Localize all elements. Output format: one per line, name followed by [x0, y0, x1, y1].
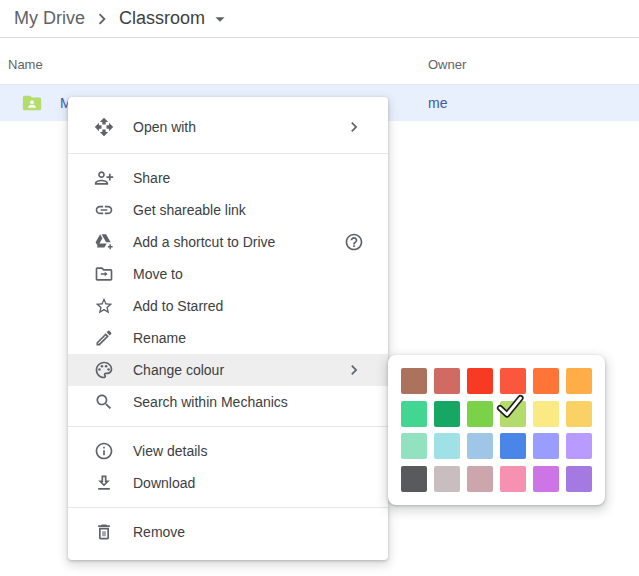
- color-swatch[interactable]: [566, 466, 592, 492]
- chevron-right-icon: [344, 360, 364, 380]
- color-swatch[interactable]: [566, 401, 592, 427]
- menu-item-search-within-mechanics[interactable]: Search within Mechanics: [68, 386, 388, 418]
- check-icon: [493, 392, 527, 421]
- color-swatch[interactable]: [434, 368, 460, 394]
- move-to-icon: [94, 264, 114, 284]
- color-swatch[interactable]: [500, 466, 526, 492]
- menu-item-label: Move to: [133, 266, 358, 282]
- color-swatch[interactable]: [533, 466, 559, 492]
- color-swatch[interactable]: [566, 433, 592, 459]
- help-icon[interactable]: [344, 232, 364, 252]
- menu-item-label: Get shareable link: [133, 202, 358, 218]
- palette-icon: [94, 360, 114, 380]
- menu-item-label: Open with: [133, 119, 344, 135]
- color-swatch[interactable]: [533, 433, 559, 459]
- menu-section: ShareGet shareable linkAdd a shortcut to…: [68, 153, 388, 426]
- menu-item-get-shareable-link[interactable]: Get shareable link: [68, 194, 388, 226]
- color-swatch[interactable]: [434, 433, 460, 459]
- menu-item-remove[interactable]: Remove: [68, 516, 388, 548]
- color-swatch[interactable]: [467, 368, 493, 394]
- menu-section: Open with: [68, 97, 388, 153]
- menu-item-label: Add a shortcut to Drive: [133, 234, 344, 250]
- menu-item-download[interactable]: Download: [68, 467, 388, 499]
- menu-item-share[interactable]: Share: [68, 162, 388, 194]
- shared-folder-icon: [21, 92, 43, 114]
- chevron-right-icon: [344, 117, 364, 137]
- menu-item-add-a-shortcut-to-drive[interactable]: Add a shortcut to Drive: [68, 226, 388, 258]
- color-swatch-grid: [401, 368, 592, 492]
- color-swatch[interactable]: [434, 466, 460, 492]
- color-swatch[interactable]: [467, 433, 493, 459]
- file-owner: me: [428, 95, 447, 111]
- color-swatch[interactable]: [467, 466, 493, 492]
- color-swatch[interactable]: [401, 368, 427, 394]
- color-swatch[interactable]: [500, 433, 526, 459]
- menu-item-add-to-starred[interactable]: Add to Starred: [68, 290, 388, 322]
- file-list-header: Name Owner: [0, 39, 639, 85]
- column-header-name[interactable]: Name: [8, 57, 43, 72]
- link-icon: [94, 200, 114, 220]
- info-icon: [94, 441, 114, 461]
- menu-item-label: View details: [133, 443, 358, 459]
- menu-section: View detailsDownload: [68, 426, 388, 507]
- menu-item-label: Change colour: [133, 362, 344, 378]
- chevron-right-icon: [91, 8, 113, 30]
- color-swatch[interactable]: [500, 401, 526, 427]
- color-swatch[interactable]: [500, 368, 526, 394]
- search-icon: [94, 392, 114, 412]
- trash-icon: [94, 522, 114, 542]
- menu-section: Remove: [68, 507, 388, 560]
- context-menu: Open withShareGet shareable linkAdd a sh…: [68, 97, 388, 560]
- rename-icon: [94, 328, 114, 348]
- color-swatch[interactable]: [434, 401, 460, 427]
- star-icon: [94, 296, 114, 316]
- person-add-icon: [94, 168, 114, 188]
- color-picker-panel: [388, 355, 605, 505]
- add-shortcut-icon: [94, 232, 114, 252]
- menu-item-label: Download: [133, 475, 358, 491]
- color-swatch[interactable]: [533, 401, 559, 427]
- menu-item-label: Search within Mechanics: [133, 394, 358, 410]
- menu-item-open-with[interactable]: Open with: [68, 109, 388, 145]
- menu-item-label: Add to Starred: [133, 298, 358, 314]
- open-with-icon: [94, 117, 114, 137]
- menu-item-label: Share: [133, 170, 358, 186]
- color-swatch[interactable]: [401, 466, 427, 492]
- breadcrumb-item-classroom[interactable]: Classroom: [119, 8, 205, 29]
- color-swatch[interactable]: [566, 368, 592, 394]
- menu-item-label: Rename: [133, 330, 358, 346]
- breadcrumb: My Drive Classroom: [0, 0, 639, 38]
- column-header-owner: Owner: [428, 57, 466, 72]
- breadcrumb-item-my-drive[interactable]: My Drive: [14, 8, 85, 29]
- color-swatch[interactable]: [401, 401, 427, 427]
- menu-item-view-details[interactable]: View details: [68, 435, 388, 467]
- menu-item-label: Remove: [133, 524, 358, 540]
- dropdown-caret-icon[interactable]: [209, 8, 231, 30]
- menu-item-rename[interactable]: Rename: [68, 322, 388, 354]
- color-swatch[interactable]: [467, 401, 493, 427]
- menu-item-move-to[interactable]: Move to: [68, 258, 388, 290]
- color-swatch[interactable]: [533, 368, 559, 394]
- download-icon: [94, 473, 114, 493]
- menu-item-change-colour[interactable]: Change colour: [68, 354, 388, 386]
- color-swatch[interactable]: [401, 433, 427, 459]
